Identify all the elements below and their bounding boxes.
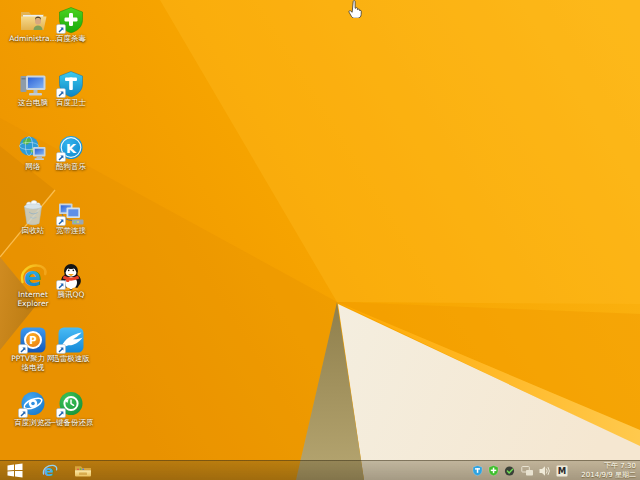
security-check-tray-icon[interactable] (504, 465, 516, 477)
taskbar-clock[interactable]: 下午 7:30 2014/9/9 星期二 (581, 462, 636, 479)
desktop-wallpaper (0, 0, 640, 480)
icon-label: 一键备份还原 (47, 419, 95, 428)
shortcut-arrow-overlay (19, 345, 28, 354)
baidu-browser-icon (18, 390, 48, 418)
icon-label: 迅雷极速版 (47, 355, 95, 364)
user-folder-icon (18, 6, 48, 34)
shortcut-arrow-overlay (57, 345, 66, 354)
shortcut-arrow-overlay (57, 281, 66, 290)
system-tray: M (472, 461, 568, 480)
globe-network-icon (18, 134, 48, 162)
baidu-weishi-tray-icon[interactable] (472, 465, 483, 477)
green-shield-icon (56, 6, 86, 34)
volume-tray-icon[interactable] (539, 465, 551, 477)
ime-indicator-icon[interactable]: M (556, 465, 568, 477)
computer-icon (18, 70, 48, 98)
desktop-icon-baidu-weishi[interactable]: 百度卫士 (47, 70, 95, 108)
svg-text:P: P (29, 335, 36, 346)
svg-text:K: K (66, 141, 77, 156)
ime-letter: M (558, 466, 566, 476)
icon-label: 腾讯QQ (47, 291, 95, 300)
network-tray-icon[interactable] (521, 465, 534, 477)
shortcut-arrow-overlay (57, 153, 66, 162)
taskbar: e (0, 460, 640, 480)
desktop-icon-tencent-qq[interactable]: 腾讯QQ (47, 262, 95, 300)
windows-logo-icon (7, 463, 23, 478)
kugou-k-icon: K (56, 134, 86, 162)
recycle-bin-icon (18, 198, 48, 226)
clock-time: 下午 7:30 (581, 462, 636, 471)
blue-shield-icon (56, 70, 86, 98)
desktop-icon-kugou-music[interactable]: K 酷狗音乐 (47, 134, 95, 172)
shortcut-arrow-overlay (19, 409, 28, 418)
icon-label: 百度杀毒 (47, 35, 95, 44)
taskbar-file-explorer[interactable] (68, 461, 98, 480)
start-button[interactable] (0, 461, 30, 480)
ie-icon: e (18, 262, 48, 290)
baidu-antivirus-tray-icon[interactable] (488, 465, 499, 477)
folder-icon (74, 463, 92, 478)
desktop-icon-onekey-backup[interactable]: 一键备份还原 (47, 390, 95, 428)
ie-taskbar-icon: e (41, 463, 58, 479)
icon-label: 百度卫士 (47, 99, 95, 108)
clock-date: 2014/9/9 星期二 (581, 471, 636, 480)
backup-clock-icon (56, 390, 86, 418)
shortcut-arrow-overlay (57, 89, 66, 98)
shortcut-arrow-overlay (57, 409, 66, 418)
broadband-connection-icon (56, 198, 86, 226)
thunder-bird-icon (56, 326, 86, 354)
icon-label: 酷狗音乐 (47, 163, 95, 172)
taskbar-internet-explorer[interactable]: e (34, 461, 64, 480)
shortcut-arrow-overlay (57, 25, 66, 34)
desktop-icon-baidu-antivirus[interactable]: 百度杀毒 (47, 6, 95, 44)
pptv-icon: P (18, 326, 48, 354)
desktop-icon-broadband-connection[interactable]: 宽带连接 (47, 198, 95, 236)
desktop-icon-xunlei[interactable]: 迅雷极速版 (47, 326, 95, 364)
qq-penguin-icon (56, 262, 86, 290)
icon-label: 宽带连接 (47, 227, 95, 236)
shortcut-arrow-overlay (57, 217, 66, 226)
